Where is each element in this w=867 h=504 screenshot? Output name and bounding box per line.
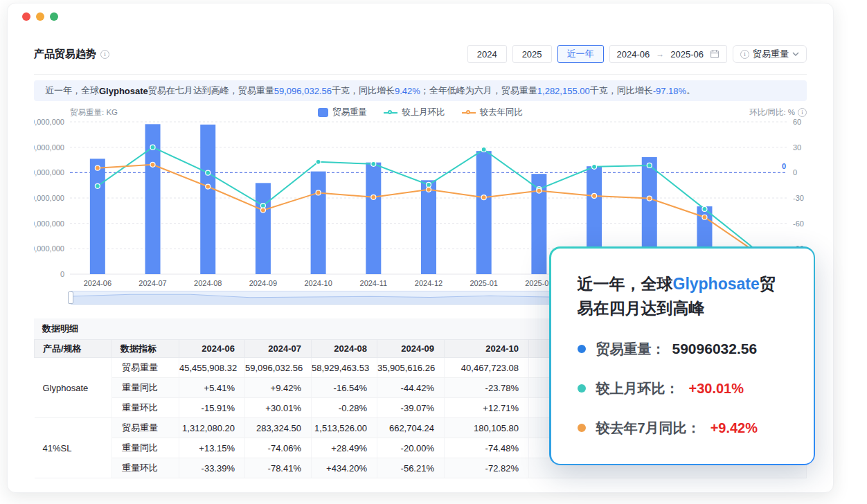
- value-cell: 283,324.50: [245, 418, 312, 438]
- bullet-dot-icon: [578, 424, 586, 432]
- close-button[interactable]: [22, 12, 30, 21]
- svg-text:60,000,000: 60,000,000: [34, 118, 64, 126]
- svg-text:60: 60: [793, 118, 801, 126]
- metric-cell: 重量同比: [112, 378, 179, 398]
- svg-text:40,000,000: 40,000,000: [34, 168, 64, 177]
- table-column-header: 数据指标: [112, 340, 179, 358]
- svg-text:30: 30: [793, 143, 801, 152]
- value-cell: -44.42%: [377, 378, 445, 398]
- value-cell: 180,105.80: [445, 418, 529, 438]
- svg-text:2024-07: 2024-07: [138, 279, 166, 287]
- banner-segment: 贸易在七月达到高峰，贸易重量: [148, 84, 274, 97]
- minimize-button[interactable]: [36, 12, 44, 21]
- svg-text:0: 0: [782, 162, 786, 170]
- tab-2025-button[interactable]: 2025: [512, 45, 552, 63]
- date-range-picker[interactable]: 2024-06 → 2025-06: [609, 45, 727, 63]
- metric-dropdown[interactable]: i 贸易重量: [733, 45, 807, 63]
- popup-metric-item: 较去年7月同比：+9.42%: [578, 419, 789, 438]
- popup-metric-label: 较去年7月同比：: [596, 419, 701, 438]
- metric-dropdown-value: 贸易重量: [753, 48, 789, 60]
- table-column-header: 2024-06: [179, 340, 245, 358]
- value-cell: 1,312,080.20: [179, 418, 245, 438]
- value-cell: -33.39%: [179, 458, 245, 478]
- popup-headline: 近一年，全球Glyphosate贸易在四月达到高峰: [578, 272, 789, 321]
- banner-segment: 1,282,155.00: [537, 86, 590, 96]
- value-cell: -15.91%: [179, 398, 245, 418]
- svg-text:10,000,000: 10,000,000: [34, 244, 64, 253]
- value-cell: +9.42%: [245, 378, 312, 398]
- value-cell: 35,905,616.26: [377, 358, 445, 378]
- value-cell: -78.41%: [245, 458, 312, 478]
- page-title: 产品贸易趋势: [34, 48, 96, 61]
- table-column-header: 产品/规格: [35, 340, 112, 358]
- window-titlebar: [8, 3, 833, 28]
- metric-cell: 重量同比: [112, 438, 179, 458]
- svg-text:-30: -30: [793, 194, 804, 202]
- svg-text:50,000,000: 50,000,000: [34, 143, 64, 152]
- value-cell: -56.21%: [377, 458, 445, 478]
- table-column-header: 2024-09: [377, 340, 445, 358]
- banner-segment: 。: [686, 84, 695, 97]
- svg-text:2025-01: 2025-01: [470, 279, 498, 287]
- title-info-icon[interactable]: i: [100, 50, 109, 59]
- metric-info-icon: i: [740, 50, 749, 59]
- value-cell: +12.71%: [445, 398, 529, 418]
- metric-cell: 重量环比: [112, 398, 179, 418]
- value-cell: -0.28%: [312, 398, 377, 418]
- value-cell: +28.49%: [312, 438, 377, 458]
- tab-last-year-button[interactable]: 近一年: [557, 45, 604, 63]
- metric-cell: 重量环比: [112, 458, 179, 478]
- metric-cell: 贸易重量: [112, 358, 179, 378]
- svg-text:2024-11: 2024-11: [360, 279, 388, 287]
- zoom-button[interactable]: [50, 12, 58, 21]
- svg-text:30,000,000: 30,000,000: [34, 194, 64, 202]
- popup-metric-label: 贸易重量：: [596, 340, 665, 359]
- svg-text:-60: -60: [793, 219, 804, 228]
- value-cell: +5.41%: [179, 378, 245, 398]
- insight-popup: 近一年，全球Glyphosate贸易在四月达到高峰 贸易重量：59096032.…: [549, 246, 815, 465]
- value-cell: -74.48%: [445, 438, 529, 458]
- popup-metric-label: 较上月环比：: [596, 379, 679, 398]
- date-start: 2024-06: [617, 49, 650, 60]
- metric-cell: 贸易重量: [112, 418, 179, 438]
- bullet-dot-icon: [578, 345, 586, 353]
- chevron-down-icon: [792, 52, 799, 56]
- popup-metric-value: +30.01%: [689, 381, 744, 397]
- value-cell: +30.01%: [245, 398, 312, 418]
- svg-text:2024-12: 2024-12: [415, 279, 443, 287]
- tab-2024-button[interactable]: 2024: [467, 45, 507, 63]
- svg-text:0: 0: [793, 168, 797, 177]
- value-cell: -74.06%: [245, 438, 312, 458]
- svg-text:2024-09: 2024-09: [249, 279, 277, 287]
- product-cell: 41%SL: [35, 418, 112, 478]
- banner-segment: 59,096,032.56: [274, 86, 332, 96]
- date-arrow-icon: →: [656, 49, 664, 59]
- value-cell: +13.15%: [179, 438, 245, 458]
- popup-metric-item: 较上月环比：+30.01%: [578, 379, 789, 398]
- banner-segment: ；全年低峰为六月，贸易重量: [420, 84, 537, 97]
- popup-headline-segment: Glyphosate: [673, 275, 760, 293]
- value-cell: 40,467,723.08: [445, 358, 529, 378]
- table-column-header: 2024-10: [445, 340, 529, 358]
- banner-segment: 千克，同比增长: [332, 84, 395, 97]
- banner-segment: 9.42%: [395, 86, 420, 96]
- insight-banner: 近一年，全球Glyphosate贸易在七月达到高峰，贸易重量59,096,032…: [34, 80, 807, 101]
- table-column-header: 2024-08: [312, 340, 377, 358]
- slider-handle-left[interactable]: [68, 291, 73, 304]
- table-column-header: 2024-07: [245, 340, 312, 358]
- banner-segment: -97.18%: [653, 86, 686, 96]
- value-cell: -23.78%: [445, 378, 529, 398]
- bullet-dot-icon: [578, 384, 586, 393]
- value-cell: -20.00%: [377, 438, 445, 458]
- value-cell: +434.20%: [312, 458, 377, 478]
- panel-header: 产品贸易趋势 i 2024 2025 近一年 2024-06 → 2025-06: [34, 45, 807, 75]
- banner-segment: 千克，同比增长: [590, 84, 653, 97]
- value-cell: -72.82%: [445, 458, 529, 478]
- popup-items: 贸易重量：59096032.56较上月环比：+30.01%较去年7月同比：+9.…: [578, 340, 789, 438]
- value-cell: 662,704.24: [377, 418, 445, 438]
- banner-segment: Glyphosate: [99, 86, 148, 96]
- value-cell: -16.54%: [312, 378, 377, 398]
- svg-text:2024-06: 2024-06: [84, 279, 111, 287]
- svg-text:2024-08: 2024-08: [194, 279, 222, 287]
- popup-metric-value: 59096032.56: [672, 341, 758, 357]
